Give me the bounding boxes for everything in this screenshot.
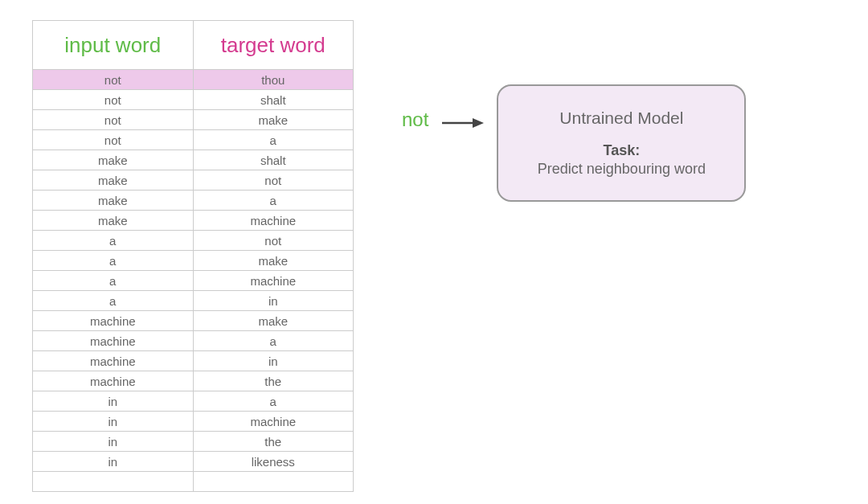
- cell-input-word: a: [33, 251, 194, 270]
- table-row: machinein: [33, 350, 353, 371]
- table-row: inmachine: [33, 411, 353, 431]
- cell-input-word: make: [33, 211, 194, 230]
- cell-input-word: make: [33, 170, 194, 190]
- cell-target-word: [194, 472, 354, 491]
- table-row: machinemake: [33, 310, 353, 330]
- cell-input-word: machine: [33, 371, 194, 391]
- cell-input-word: a: [33, 231, 194, 250]
- cell-target-word: in: [194, 291, 354, 310]
- table-row: amachine: [33, 270, 353, 290]
- table-row: inlikeness: [33, 451, 353, 471]
- table-row: nota: [33, 129, 353, 150]
- table-row: notmake: [33, 109, 353, 129]
- cell-target-word: make: [194, 110, 354, 129]
- cell-input-word: [33, 472, 194, 491]
- table-header-row: input word target word: [33, 21, 353, 69]
- model-diagram: not Untrained Model Task: Predict neighb…: [402, 20, 746, 492]
- cell-input-word: machine: [33, 311, 194, 330]
- cell-target-word: make: [194, 311, 354, 330]
- table-row: machinea: [33, 330, 353, 350]
- cell-target-word: shalt: [194, 150, 354, 170]
- table-row: machinethe: [33, 371, 353, 391]
- cell-input-word: in: [33, 412, 194, 431]
- table-row: makeshalt: [33, 150, 353, 170]
- cell-target-word: the: [194, 432, 354, 451]
- cell-target-word: shalt: [194, 90, 354, 109]
- cell-target-word: not: [194, 170, 354, 190]
- cell-target-word: the: [194, 371, 354, 391]
- cell-input-word: make: [33, 191, 194, 210]
- arrow-icon: [440, 84, 485, 134]
- svg-marker-1: [473, 118, 484, 128]
- table-row: notshalt: [33, 89, 353, 109]
- cell-input-word: machine: [33, 351, 194, 371]
- header-input-word: input word: [33, 21, 194, 69]
- cell-input-word: not: [33, 90, 194, 109]
- cell-input-word: machine: [33, 331, 194, 350]
- cell-target-word: machine: [194, 211, 354, 230]
- cell-target-word: in: [194, 351, 354, 371]
- table-row: [33, 471, 353, 491]
- cell-input-word: not: [33, 130, 194, 150]
- cell-target-word: not: [194, 231, 354, 250]
- task-description: Predict neighbouring word: [537, 161, 706, 178]
- table-row: amake: [33, 250, 353, 270]
- cell-target-word: a: [194, 191, 354, 210]
- cell-input-word: in: [33, 432, 194, 451]
- cell-target-word: machine: [194, 271, 354, 290]
- cell-target-word: a: [194, 391, 354, 411]
- cell-target-word: thou: [194, 70, 354, 89]
- cell-input-word: in: [33, 391, 194, 411]
- cell-target-word: machine: [194, 412, 354, 431]
- table-row: makenot: [33, 170, 353, 190]
- table-row: makemachine: [33, 210, 353, 230]
- table-row: ain: [33, 290, 353, 310]
- cell-input-word: a: [33, 271, 194, 290]
- header-target-word: target word: [194, 21, 354, 69]
- model-box: Untrained Model Task: Predict neighbouri…: [497, 84, 746, 202]
- table-row: ina: [33, 391, 353, 411]
- training-data-table: input word target word notthounotshaltno…: [32, 20, 354, 492]
- table-row: makea: [33, 190, 353, 210]
- cell-target-word: a: [194, 331, 354, 350]
- table-row: inthe: [33, 431, 353, 451]
- table-body: notthounotshaltnotmakenotamakeshaltmaken…: [33, 69, 353, 491]
- cell-input-word: not: [33, 110, 194, 129]
- cell-input-word: not: [33, 70, 194, 89]
- task-label: Task:: [537, 142, 706, 159]
- cell-input-word: in: [33, 452, 194, 471]
- table-row: anot: [33, 230, 353, 250]
- cell-target-word: likeness: [194, 452, 354, 471]
- cell-target-word: a: [194, 130, 354, 150]
- cell-target-word: make: [194, 251, 354, 270]
- table-row: notthou: [33, 69, 353, 89]
- cell-input-word: a: [33, 291, 194, 310]
- model-title: Untrained Model: [537, 109, 706, 128]
- cell-input-word: make: [33, 150, 194, 170]
- diagram-input-word: not: [402, 84, 428, 131]
